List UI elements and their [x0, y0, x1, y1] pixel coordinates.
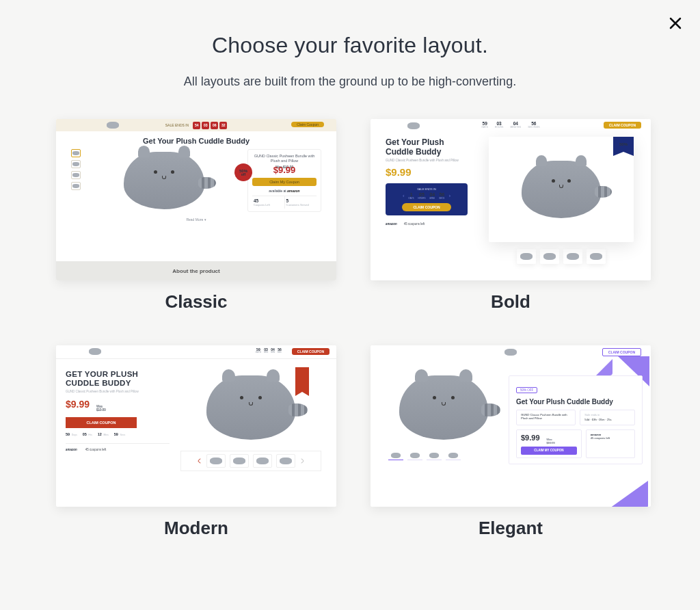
- cd-mins: 06: [211, 122, 218, 129]
- page-subtitle: All layouts are built from the ground up…: [0, 75, 700, 89]
- thumb: [427, 451, 442, 460]
- claim-coupon-pill: CLAIM COUPON: [604, 122, 641, 129]
- product-title: GUND Classic Pusheen Bundle with Plush a…: [252, 154, 317, 163]
- price: $9.99: [66, 399, 90, 410]
- cta-button: CLAIM COUPON: [402, 203, 450, 211]
- hero-title: Get Your PlushCuddle Buddy: [386, 138, 483, 157]
- product-image: [86, 149, 242, 212]
- claim-coupon-pill: CLAIM COUPON: [292, 348, 329, 355]
- preview-hero: Get Your Plush Cuddle Buddy 50%off GUND …: [56, 131, 336, 226]
- product-title-box: GUND Classic Pusheen Bundle with Plush a…: [516, 410, 576, 425]
- thumbnail-strip: [517, 249, 606, 264]
- preview-hero: 50% OFF Get Your Plush Cuddle Buddy GUND…: [371, 359, 651, 464]
- available-at: available at amazon: [252, 189, 317, 193]
- product-title: GUND Classic Pusheen Bundle with Plush a…: [66, 390, 170, 393]
- layout-option-classic[interactable]: SALE ENDS IN 54 03 06 32 Claim Coupon Ge…: [56, 119, 336, 313]
- info-card: 50% OFF Get Your Plush Cuddle Buddy GUND…: [509, 375, 643, 464]
- thumb: [407, 451, 422, 460]
- preview-topbar: 59DAYS 03HOURS 04MINUTES 56SECONDS CLAIM…: [371, 119, 651, 133]
- product-title: GUND Classic Pusheen Bundle with Plush a…: [386, 159, 483, 162]
- price: $9.99: [386, 166, 483, 178]
- price: $9.99: [252, 165, 317, 175]
- coupons-left: 45Coupons Left: [252, 196, 284, 209]
- price: $9.99: [521, 433, 540, 442]
- layout-preview-classic: SALE ENDS IN 54 03 06 32 Claim Coupon Ge…: [56, 119, 336, 280]
- thumbnail-strip: [388, 451, 503, 460]
- cat-icon: [522, 161, 601, 218]
- countdown-2: 59 Days 05 Hrs 12 Mins 59 Secs: [66, 432, 170, 436]
- meta-row: amazon 45 coupons left: [66, 448, 170, 451]
- page-title: Choose your favorite layout.: [0, 33, 700, 58]
- discount-badge: 50%off: [234, 163, 252, 181]
- claim-coupon-pill: Claim Coupon: [291, 122, 324, 127]
- discount-badge: 50%: [613, 137, 634, 152]
- cd-mins: 04MINUTES: [510, 121, 521, 129]
- product-image: 50%: [489, 137, 634, 242]
- cat-icon: [206, 375, 295, 440]
- discount-ribbon: [295, 367, 309, 392]
- preview-topbar: 59DAYS 03HRS 04MIN 56SEC CLAIM COUPON: [56, 345, 336, 359]
- close-button[interactable]: [669, 16, 682, 33]
- preview-hero: Get Your PlushCuddle Buddy GUND Classic …: [371, 133, 651, 264]
- thumb: [253, 454, 272, 468]
- sale-ends-label: SALE ENDS IN: [165, 123, 189, 127]
- customers-served: 5Customers Served: [284, 196, 317, 209]
- layout-option-modern[interactable]: 59DAYS 03HRS 04MIN 56SEC CLAIM COUPON GE…: [56, 345, 336, 539]
- stats-row: 45Coupons Left 5Customers Served: [252, 196, 317, 209]
- preview-topbar: SALE ENDS IN 54 03 06 32 Claim Coupon: [56, 119, 336, 131]
- countdown-box: SALE ENDS IN ‹ 1DAYS 05HOURS 04MINS 56SE…: [386, 183, 468, 215]
- thumb: [587, 249, 606, 264]
- cd-secs: 56SECONDS: [528, 121, 539, 129]
- was-price: Was$19.99: [96, 405, 106, 412]
- claim-coupon-pill: CLAIM COUPON: [602, 348, 641, 356]
- discount-tag: 50% OFF: [516, 387, 537, 393]
- preview-hero: GET YOUR PLUSHCUDDLE BUDDY GUND Classic …: [56, 359, 336, 471]
- layout-option-elegant[interactable]: CLAIM COUPON 50% OFF Get Your Plush Cud: [371, 345, 651, 539]
- logo-icon: [89, 348, 101, 355]
- cd-secs: 32: [219, 122, 227, 129]
- countdown: 59DAYS 03HOURS 04MINUTES 56SECONDS: [482, 121, 540, 129]
- meta-row: amazon 45 coupons left: [386, 222, 483, 226]
- thumb: [71, 160, 81, 168]
- about-section: About the product: [56, 261, 336, 280]
- logo-icon: [107, 122, 119, 129]
- thumb: [71, 182, 81, 190]
- layout-preview-modern: 59DAYS 03HRS 04MIN 56SEC CLAIM COUPON GE…: [56, 345, 336, 507]
- hero-title: GET YOUR PLUSHCUDDLE BUDDY: [66, 370, 170, 387]
- layout-grid: SALE ENDS IN 54 03 06 32 Claim Coupon Ge…: [0, 89, 700, 539]
- thumb: [71, 171, 81, 179]
- layout-preview-elegant: CLAIM COUPON 50% OFF Get Your Plush Cud: [371, 345, 651, 507]
- cd-days: 59DAYS: [482, 121, 488, 129]
- layout-option-bold[interactable]: 59DAYS 03HOURS 04MINUTES 56SECONDS CLAIM…: [371, 119, 651, 313]
- cd-days: 54: [193, 122, 200, 129]
- next-arrow-icon: [299, 458, 304, 464]
- cat-icon: [124, 152, 204, 209]
- cta-button: Claim My Coupon: [252, 178, 317, 186]
- layout-preview-bold: 59DAYS 03HOURS 04MINUTES 56SECONDS CLAIM…: [371, 119, 651, 280]
- thumb: [540, 249, 559, 264]
- cd-hours: 03HOURS: [495, 121, 504, 129]
- thumb: [276, 454, 295, 468]
- thumb: [230, 454, 249, 468]
- thumb: [206, 454, 226, 468]
- thumb: [446, 451, 461, 460]
- cd-hours: 03: [202, 122, 209, 129]
- thumb: [71, 149, 81, 157]
- price-panel: 50%off GUND Classic Pusheen Bundle with …: [247, 149, 321, 212]
- countdown: 54 03 06 32: [193, 122, 227, 129]
- layout-name: Elegant: [479, 518, 543, 539]
- layout-name: Classic: [165, 291, 227, 313]
- thumb: [517, 249, 536, 264]
- logo-icon: [504, 349, 517, 356]
- prev-arrow-icon: [198, 458, 203, 464]
- cat-icon: [399, 375, 488, 440]
- triangle-decoration: [610, 481, 648, 507]
- preview-topbar: CLAIM COUPON: [371, 345, 651, 359]
- price-box: $9.99 Was$19.99 CLAIM MY COUPON: [516, 429, 582, 458]
- layout-name: Bold: [491, 291, 530, 313]
- thumbnail-strip: [71, 149, 81, 212]
- hero-title: Get Your Plush Cuddle Buddy: [516, 398, 635, 406]
- cta-button: CLAIM COUPON: [66, 417, 137, 428]
- layout-name: Modern: [164, 518, 228, 539]
- thumb: [563, 249, 582, 264]
